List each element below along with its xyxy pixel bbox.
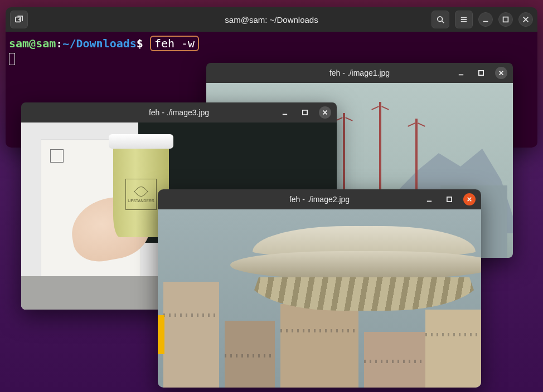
feh-titlebar-image1[interactable]: feh - ./image1.jpg: [206, 63, 513, 83]
building-shape: [364, 332, 425, 388]
close-button[interactable]: [463, 193, 476, 205]
minimize-button[interactable]: [478, 12, 493, 27]
feh-titlebar-image3[interactable]: feh - ./image3.jpg: [21, 102, 337, 122]
building-shape: [225, 321, 275, 388]
search-button[interactable]: [432, 11, 449, 28]
close-button[interactable]: [518, 12, 533, 27]
building-shape: [425, 310, 481, 388]
building-shape: [163, 282, 219, 388]
yellow-sign-shape: [158, 315, 164, 354]
cup-logo: UPSTANDERS: [125, 179, 157, 210]
hamburger-menu-button[interactable]: [455, 11, 473, 28]
command-highlight: feh -w: [150, 36, 199, 51]
close-button[interactable]: [495, 67, 507, 79]
space-needle-saucer-shape: [230, 226, 481, 315]
leaf-icon: [134, 184, 148, 198]
prompt-colon: :: [56, 37, 62, 50]
svg-rect-2: [503, 17, 508, 22]
prompt-symbol: $: [137, 37, 143, 50]
maximize-button[interactable]: [498, 12, 513, 27]
feh-titlebar-image2[interactable]: feh - ./image2.jpg: [158, 189, 481, 209]
svg-rect-3: [479, 71, 483, 75]
building-shape: [280, 304, 358, 388]
minimize-button[interactable]: [423, 193, 435, 205]
minimize-button[interactable]: [279, 106, 291, 119]
svg-rect-4: [303, 110, 307, 115]
svg-rect-5: [447, 197, 452, 202]
prompt-path: ~/Downloads: [62, 37, 136, 50]
close-button[interactable]: [319, 106, 331, 119]
feh-window-image2: feh - ./image2.jpg: [158, 189, 481, 388]
prompt-user: sam@sam: [9, 37, 56, 50]
svg-point-1: [438, 17, 443, 22]
terminal-titlebar[interactable]: sam@sam: ~/Downloads: [6, 7, 537, 32]
new-tab-button[interactable]: [10, 11, 28, 28]
maximize-button[interactable]: [475, 67, 487, 79]
minimize-button[interactable]: [455, 67, 467, 79]
cup-brand-text: UPSTANDERS: [128, 199, 154, 203]
image2-content: [158, 209, 481, 388]
maximize-button[interactable]: [299, 106, 311, 119]
maximize-button[interactable]: [443, 193, 455, 205]
cursor-icon: [9, 53, 15, 65]
corner-badge-icon: [50, 149, 64, 163]
